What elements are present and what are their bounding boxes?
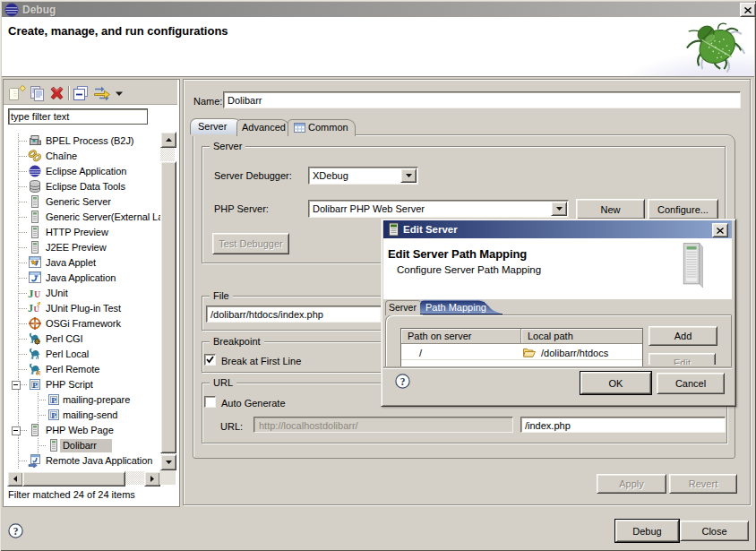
svg-text:?: ? bbox=[13, 526, 19, 537]
svg-text:?: ? bbox=[400, 376, 406, 387]
